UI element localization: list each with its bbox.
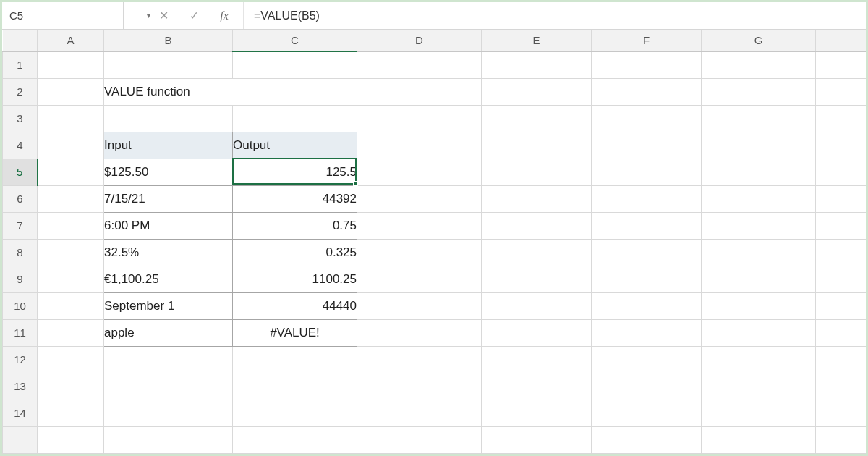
cell-C5[interactable]: 125.5 [233, 159, 357, 185]
cell-E6[interactable] [482, 185, 592, 212]
cell-G11[interactable] [702, 319, 816, 346]
cell-A13[interactable] [38, 373, 104, 400]
cell-A2[interactable] [38, 78, 104, 105]
cell-G5[interactable] [702, 159, 816, 185]
cell-H9[interactable] [816, 266, 867, 292]
cell-F6[interactable] [592, 185, 702, 212]
cell-D1[interactable] [357, 51, 482, 78]
cell-F3[interactable] [592, 105, 702, 132]
cell-H1[interactable] [816, 51, 867, 78]
cell-A4[interactable] [38, 132, 104, 159]
cell-H13[interactable] [816, 373, 867, 400]
row-header-7[interactable]: 7 [3, 212, 38, 239]
col-header-D[interactable]: D [357, 30, 482, 51]
cell-F9[interactable] [592, 266, 702, 292]
cell-D5[interactable] [357, 159, 482, 185]
cell-E10[interactable] [482, 292, 592, 319]
cell-G13[interactable] [702, 373, 816, 400]
cell-E1[interactable] [482, 51, 592, 78]
cell-F13[interactable] [592, 373, 702, 400]
row-header-3[interactable]: 3 [3, 105, 38, 132]
cell-C8[interactable]: 0.325 [233, 239, 357, 266]
cell-D2[interactable] [357, 78, 482, 105]
cell-C15[interactable] [233, 426, 357, 453]
cell-F7[interactable] [592, 212, 702, 239]
enter-icon[interactable]: ✓ [187, 9, 201, 23]
cell-B6[interactable]: 7/15/21 [104, 185, 233, 212]
page-title[interactable]: VALUE function [104, 78, 357, 105]
cell-F8[interactable] [592, 239, 702, 266]
cell-E9[interactable] [482, 266, 592, 292]
cell-C11[interactable]: #VALUE! [233, 319, 357, 346]
cell-F2[interactable] [592, 78, 702, 105]
cell-G1[interactable] [702, 51, 816, 78]
cell-F5[interactable] [592, 159, 702, 185]
cell-H14[interactable] [816, 400, 867, 426]
cell-F12[interactable] [592, 346, 702, 373]
cell-E3[interactable] [482, 105, 592, 132]
cell-E13[interactable] [482, 373, 592, 400]
table-header-output[interactable]: Output [233, 132, 357, 159]
formula-input[interactable] [244, 2, 866, 29]
col-header-E[interactable]: E [482, 30, 592, 51]
cell-G3[interactable] [702, 105, 816, 132]
cell-B1[interactable] [104, 51, 233, 78]
cell-E14[interactable] [482, 400, 592, 426]
col-header-H[interactable]: H [816, 30, 867, 51]
cell-F10[interactable] [592, 292, 702, 319]
cell-A15[interactable] [38, 426, 104, 453]
cell-H10[interactable] [816, 292, 867, 319]
table-header-input[interactable]: Input [104, 132, 233, 159]
cell-G2[interactable] [702, 78, 816, 105]
row-header-11[interactable]: 11 [3, 319, 38, 346]
cell-A12[interactable] [38, 346, 104, 373]
cell-D14[interactable] [357, 400, 482, 426]
row-header-12[interactable]: 12 [3, 346, 38, 373]
row-header-15[interactable] [3, 426, 38, 453]
cell-B15[interactable] [104, 426, 233, 453]
cell-E8[interactable] [482, 239, 592, 266]
cell-B11[interactable]: apple [104, 319, 233, 346]
cell-A11[interactable] [38, 319, 104, 346]
cell-B5[interactable]: $125.50 [104, 159, 233, 185]
cell-D7[interactable] [357, 212, 482, 239]
cell-D10[interactable] [357, 292, 482, 319]
cell-A9[interactable] [38, 266, 104, 292]
cell-F4[interactable] [592, 132, 702, 159]
insert-function-icon[interactable]: fx [217, 9, 231, 23]
cell-H5[interactable] [816, 159, 867, 185]
cell-A6[interactable] [38, 185, 104, 212]
cell-D11[interactable] [357, 319, 482, 346]
row-header-14[interactable]: 14 [3, 400, 38, 426]
cell-C3[interactable] [233, 105, 357, 132]
cell-G7[interactable] [702, 212, 816, 239]
cell-C10[interactable]: 44440 [233, 292, 357, 319]
cell-A7[interactable] [38, 212, 104, 239]
row-header-9[interactable]: 9 [3, 266, 38, 292]
cell-E2[interactable] [482, 78, 592, 105]
cell-E5[interactable] [482, 159, 592, 185]
cell-D12[interactable] [357, 346, 482, 373]
cell-B10[interactable]: September 1 [104, 292, 233, 319]
cell-D8[interactable] [357, 239, 482, 266]
cell-E11[interactable] [482, 319, 592, 346]
cell-F15[interactable] [592, 426, 702, 453]
worksheet-grid[interactable]: A B C D E F G H 1 2 VALUE function 3 4 [2, 30, 866, 454]
cell-B9[interactable]: €1,100.25 [104, 266, 233, 292]
cell-A3[interactable] [38, 105, 104, 132]
row-header-2[interactable]: 2 [3, 78, 38, 105]
row-header-6[interactable]: 6 [3, 185, 38, 212]
col-header-B[interactable]: B [104, 30, 233, 51]
select-all-corner[interactable] [3, 30, 38, 51]
cell-A5[interactable] [38, 159, 104, 185]
cell-D4[interactable] [357, 132, 482, 159]
cell-D13[interactable] [357, 373, 482, 400]
cell-G4[interactable] [702, 132, 816, 159]
cell-C14[interactable] [233, 400, 357, 426]
name-box[interactable] [9, 9, 147, 22]
col-header-C[interactable]: C [233, 30, 357, 51]
cell-B13[interactable] [104, 373, 233, 400]
cell-E7[interactable] [482, 212, 592, 239]
cell-C13[interactable] [233, 373, 357, 400]
cell-G9[interactable] [702, 266, 816, 292]
